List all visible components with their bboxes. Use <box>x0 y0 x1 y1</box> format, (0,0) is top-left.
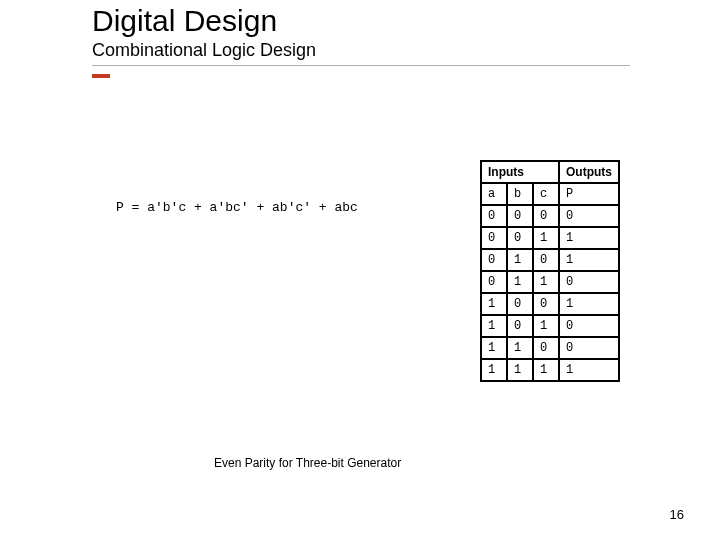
cell-b: 0 <box>507 315 533 337</box>
table-row: 0 0 0 0 <box>481 205 619 227</box>
cell-b: 1 <box>507 337 533 359</box>
truth-table: Inputs Outputs a b c P 0 0 0 0 0 0 1 1 0… <box>480 160 620 382</box>
table-row: 0 0 1 1 <box>481 227 619 249</box>
cell-p: 1 <box>559 359 619 381</box>
cell-b: 0 <box>507 227 533 249</box>
cell-b: 1 <box>507 359 533 381</box>
cell-p: 0 <box>559 315 619 337</box>
cell-a: 1 <box>481 293 507 315</box>
page-title: Digital Design <box>92 4 630 38</box>
table-header-row-cols: a b c P <box>481 183 619 205</box>
cell-c: 1 <box>533 359 559 381</box>
table-row: 0 1 0 1 <box>481 249 619 271</box>
inputs-header: Inputs <box>481 161 559 183</box>
col-header-c: c <box>533 183 559 205</box>
col-header-p: P <box>559 183 619 205</box>
cell-a: 1 <box>481 359 507 381</box>
figure-caption: Even Parity for Three-bit Generator <box>214 456 401 470</box>
cell-a: 0 <box>481 205 507 227</box>
cell-a: 0 <box>481 271 507 293</box>
cell-c: 1 <box>533 315 559 337</box>
cell-p: 0 <box>559 205 619 227</box>
cell-p: 0 <box>559 271 619 293</box>
cell-p: 1 <box>559 249 619 271</box>
table-row: 0 1 1 0 <box>481 271 619 293</box>
cell-p: 1 <box>559 293 619 315</box>
cell-p: 1 <box>559 227 619 249</box>
outputs-header: Outputs <box>559 161 619 183</box>
cell-b: 1 <box>507 271 533 293</box>
cell-p: 0 <box>559 337 619 359</box>
table-header-row-groups: Inputs Outputs <box>481 161 619 183</box>
cell-a: 0 <box>481 249 507 271</box>
cell-c: 0 <box>533 205 559 227</box>
parity-equation: P = a'b'c + a'bc' + ab'c' + abc <box>116 200 358 215</box>
cell-b: 1 <box>507 249 533 271</box>
title-divider <box>92 65 630 66</box>
col-header-b: b <box>507 183 533 205</box>
table-row: 1 1 0 0 <box>481 337 619 359</box>
page-subtitle: Combinational Logic Design <box>92 40 630 61</box>
table-row: 1 1 1 1 <box>481 359 619 381</box>
table-row: 1 0 0 1 <box>481 293 619 315</box>
col-header-a: a <box>481 183 507 205</box>
cell-a: 0 <box>481 227 507 249</box>
table-row: 1 0 1 0 <box>481 315 619 337</box>
cell-b: 0 <box>507 205 533 227</box>
page-number: 16 <box>670 507 684 522</box>
cell-c: 0 <box>533 337 559 359</box>
cell-b: 0 <box>507 293 533 315</box>
cell-c: 1 <box>533 227 559 249</box>
cell-c: 0 <box>533 249 559 271</box>
cell-c: 1 <box>533 271 559 293</box>
cell-a: 1 <box>481 315 507 337</box>
cell-a: 1 <box>481 337 507 359</box>
title-block: Digital Design Combinational Logic Desig… <box>92 4 630 66</box>
cell-c: 0 <box>533 293 559 315</box>
title-accent-bar <box>92 74 110 78</box>
